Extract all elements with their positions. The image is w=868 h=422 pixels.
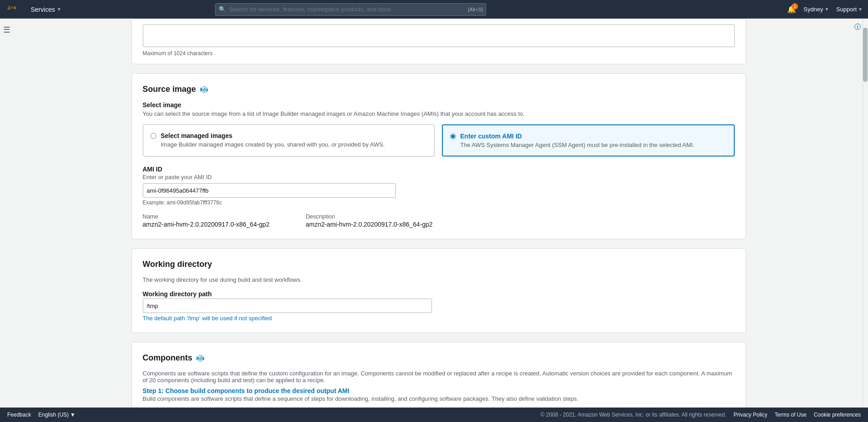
source-image-title: Source image Info (143, 85, 735, 94)
managed-images-desc: Image Builder managed images created by … (161, 141, 385, 148)
source-image-info-icon[interactable]: Info (201, 86, 207, 93)
sidebar-toggle-button[interactable]: ☰ (0, 19, 14, 41)
services-label: Services (31, 6, 55, 13)
scrollbar[interactable] (863, 19, 868, 408)
custom-ami-radio[interactable] (450, 133, 456, 139)
scrollbar-thumb[interactable] (863, 28, 868, 82)
ami-id-input[interactable] (143, 183, 396, 198)
custom-ami-option[interactable]: Enter custom AMI ID The AWS Systems Mana… (442, 124, 735, 156)
ami-id-label: AMI ID (143, 166, 735, 173)
search-input[interactable] (215, 3, 486, 16)
search-shortcut: [Alt+S] (468, 7, 483, 12)
ami-id-example: Example: ami-09d95fab7fff3776c (143, 199, 735, 206)
region-selector[interactable]: Sydney ▼ (803, 6, 829, 13)
name-col-label: Name (143, 213, 270, 220)
name-col-value: amzn2-ami-hvm-2.0.20200917.0-x86_64-gp2 (143, 221, 270, 228)
bottom-bar: Feedback English (US) ▼ © 2008 - 2021, A… (0, 408, 868, 422)
ami-desc-col: Description amzn2-ami-hvm-2.0.20200917.0… (305, 213, 432, 228)
notification-badge: 1 (792, 3, 798, 9)
desc-col-label: Description (305, 213, 432, 220)
support-menu[interactable]: Support ▼ (836, 6, 863, 13)
ami-details-row: Name amzn2-ami-hvm-2.0.20200917.0-x86_64… (143, 213, 735, 228)
desc-col-value: amzn2-ami-hvm-2.0.20200917.0-x86_64-gp2 (305, 221, 432, 228)
components-info-icon[interactable]: Info (197, 355, 204, 361)
panel-info-icon[interactable]: i (852, 23, 861, 30)
region-arrow-icon: ▼ (825, 7, 829, 12)
working-dir-path-note: The default path '/tmp' will be used if … (143, 315, 735, 322)
image-type-options: Select managed images Image Builder mana… (143, 124, 735, 156)
privacy-link[interactable]: Privacy Policy (734, 412, 768, 418)
feedback-link[interactable]: Feedback (7, 412, 31, 418)
managed-images-option[interactable]: Select managed images Image Builder mana… (143, 124, 435, 156)
language-selector[interactable]: English (US) ▼ (38, 412, 75, 418)
search-bar: 🔍 [Alt+S] (215, 3, 486, 16)
step1-desc: Build components are software scripts th… (143, 395, 735, 402)
search-icon: 🔍 (219, 6, 226, 13)
aws-logo[interactable] (5, 5, 22, 14)
ami-name-col: Name amzn2-ami-hvm-2.0.20200917.0-x86_64… (143, 213, 270, 228)
working-dir-title: Working directory (143, 260, 735, 269)
language-label: English (US) (38, 412, 69, 418)
char-limit-text: Maximum of 1024 characters (143, 50, 735, 57)
services-arrow-icon: ▼ (57, 7, 61, 12)
content-area: Maximum of 1024 characters Source image … (109, 19, 760, 422)
textarea-section: Maximum of 1024 characters (131, 19, 746, 64)
select-image-label: Select image (143, 101, 735, 109)
nav-right: 🔔 1 Sydney ▼ Support ▼ (787, 5, 863, 14)
cookies-link[interactable]: Cookie preferences (814, 412, 861, 418)
select-image-desc: You can select the source image from a l… (143, 110, 735, 117)
support-label: Support (836, 6, 857, 13)
copyright-text: © 2008 - 2021, Amazon Web Services, Inc.… (540, 412, 726, 418)
managed-images-label: Select managed images (161, 132, 385, 139)
main-wrapper: Maximum of 1024 characters Source image … (0, 19, 868, 422)
hamburger-icon: ☰ (3, 25, 10, 35)
language-arrow-icon: ▼ (70, 412, 75, 418)
region-label: Sydney (803, 6, 823, 13)
working-dir-path-label: Working directory path (143, 290, 735, 298)
terms-link[interactable]: Terms of Use (774, 412, 807, 418)
working-dir-desc: The working directory for use during bui… (143, 276, 735, 283)
ami-id-field: AMI ID Enter or paste your AMI ID Exampl… (143, 166, 735, 206)
source-image-section: Source image Info Select image You can s… (131, 73, 746, 239)
components-section: Components Info Components are software … (131, 342, 746, 413)
support-arrow-icon: ▼ (858, 7, 863, 12)
working-dir-path-input[interactable] (143, 299, 432, 313)
notifications-button[interactable]: 🔔 1 (787, 5, 796, 14)
top-navigation: Services ▼ 🔍 [Alt+S] 🔔 1 Sydney ▼ Suppor… (0, 0, 868, 19)
working-directory-section: Working directory The working directory … (131, 248, 746, 333)
services-menu[interactable]: Services ▼ (31, 6, 61, 13)
description-textarea[interactable] (143, 24, 735, 47)
components-desc: Components are software scripts that def… (143, 370, 735, 384)
custom-ami-desc: The AWS Systems Manager Agent (SSM Agent… (460, 142, 694, 148)
custom-ami-label: Enter custom AMI ID (460, 133, 694, 140)
step1-title: Step 1: Choose build components to produ… (143, 387, 735, 394)
ami-id-helper: Enter or paste your AMI ID (143, 174, 735, 180)
bottom-links: Privacy Policy Terms of Use Cookie prefe… (734, 412, 861, 418)
components-title: Components Info (143, 353, 735, 363)
managed-images-radio[interactable] (150, 133, 156, 139)
